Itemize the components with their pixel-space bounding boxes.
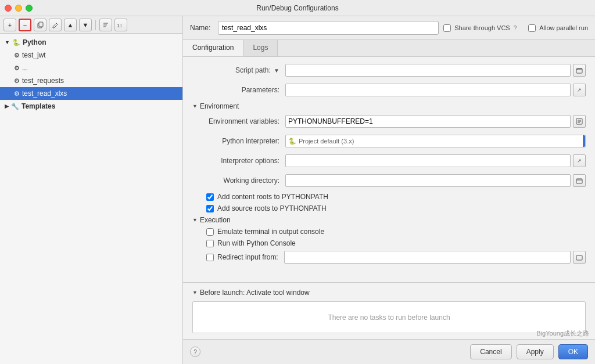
redirect-input-row: Redirect input from: xyxy=(192,251,586,264)
ok-button[interactable]: OK xyxy=(558,344,588,359)
env-vars-input[interactable] xyxy=(285,115,571,128)
tab-logs[interactable]: Logs xyxy=(243,40,278,56)
tree-item-dots[interactable]: ⚙ ... xyxy=(0,62,182,74)
content-roots-row: Add content roots to PYTHONPATH xyxy=(192,193,586,201)
tree-label-dots: ... xyxy=(22,64,28,72)
parameters-field: ↗ xyxy=(285,84,586,96)
tree-item-test-requests[interactable]: ⚙ test_requests xyxy=(0,74,182,87)
redirect-input-label: Redirect input from: xyxy=(217,253,278,261)
parameters-label: Parameters: xyxy=(192,86,285,94)
execution-section-header: ▼ Execution xyxy=(192,216,586,224)
before-launch-arrow-icon[interactable]: ▼ xyxy=(192,290,198,295)
edit-button[interactable] xyxy=(49,19,62,31)
redirect-input-browse-button[interactable] xyxy=(573,251,586,264)
execution-section-label: Execution xyxy=(200,216,231,224)
env-vars-row: Environment variables: xyxy=(192,114,586,129)
tree-label-test-jwt: test_jwt xyxy=(22,51,46,59)
parameters-row: Parameters: ↗ xyxy=(192,82,586,98)
templates-group-icon: 🔧 xyxy=(11,103,19,110)
sort-button[interactable] xyxy=(99,19,112,31)
emulate-terminal-row: Emulate terminal in output console xyxy=(192,228,586,236)
window-title: Run/Debug Configurations xyxy=(256,4,338,12)
environment-section-header: ▼ Environment xyxy=(192,102,586,110)
working-dir-row: Working directory: xyxy=(192,173,586,188)
environment-arrow-icon[interactable]: ▼ xyxy=(192,103,198,109)
run-python-console-label: Run with Python Console xyxy=(217,239,296,247)
emulate-terminal-checkbox[interactable] xyxy=(206,228,214,236)
parameters-expand-button[interactable]: ↗ xyxy=(573,84,586,96)
copy-button[interactable] xyxy=(34,19,46,31)
order-button[interactable]: 1↕ xyxy=(114,19,127,31)
tree-group-python[interactable]: ▼ 🐍 Python xyxy=(0,36,182,49)
share-vcs-label: Share through VCS xyxy=(454,24,510,31)
run-python-console-row: Run with Python Console xyxy=(192,239,586,247)
tree-group-templates[interactable]: ▶ 🔧 Templates xyxy=(0,100,182,113)
maximize-button[interactable] xyxy=(26,5,33,12)
python-interpreter-icon: 🐍 xyxy=(288,138,296,145)
working-dir-field xyxy=(285,174,586,187)
move-down-button[interactable]: ▼ xyxy=(79,19,92,31)
source-roots-row: Add source roots to PYTHONPATH xyxy=(192,204,586,212)
config-content: Script path: ▼ Parameters: xyxy=(183,57,595,282)
working-dir-label: Working directory: xyxy=(192,176,285,185)
tree-label-test-requests: test_requests xyxy=(22,77,64,85)
working-dir-input[interactable] xyxy=(285,174,571,187)
config-icon-3: ⚙ xyxy=(14,77,20,85)
tab-configuration[interactable]: Configuration xyxy=(183,40,243,56)
svg-rect-12 xyxy=(576,255,582,260)
content-roots-label: Add content roots to PYTHONPATH xyxy=(217,193,328,201)
content-roots-checkbox[interactable] xyxy=(206,193,214,201)
environment-section-label: Environment xyxy=(200,102,239,110)
before-launch-body: There are no tasks to run before launch xyxy=(192,301,586,333)
name-label: Name: xyxy=(190,24,213,32)
name-input[interactable] xyxy=(218,21,439,35)
interpreter-field[interactable]: 🐍 Project default (3.x) xyxy=(285,135,586,147)
minimize-button[interactable] xyxy=(15,5,22,12)
script-path-dropdown-icon[interactable]: ▼ xyxy=(274,67,279,74)
cancel-button[interactable]: Cancel xyxy=(470,344,511,359)
redirect-input-field[interactable] xyxy=(284,251,571,264)
run-python-console-checkbox[interactable] xyxy=(206,240,214,247)
parameters-input[interactable] xyxy=(285,84,571,96)
interpreter-field-container: 🐍 Project default (3.x) xyxy=(285,135,586,147)
svg-rect-11 xyxy=(576,179,582,183)
remove-button[interactable]: − xyxy=(19,19,31,31)
name-row: Name: Share through VCS ? Allow parallel… xyxy=(183,16,595,40)
tree-item-test-jwt[interactable]: ⚙ test_jwt xyxy=(0,49,182,62)
interpreter-options-row: Interpreter options: ↗ xyxy=(192,153,586,168)
parallel-run-label: Allow parallel run xyxy=(539,24,588,31)
share-help-icon[interactable]: ? xyxy=(514,25,517,31)
working-dir-browse-button[interactable] xyxy=(573,174,586,187)
script-path-input[interactable] xyxy=(285,64,571,77)
templates-arrow-icon: ▶ xyxy=(5,103,9,109)
config-icon-2: ⚙ xyxy=(14,64,20,72)
before-launch-header: ▼ Before launch: Activate tool window xyxy=(192,289,586,297)
close-button[interactable] xyxy=(5,5,12,12)
traffic-lights xyxy=(5,5,33,12)
help-button[interactable]: ? xyxy=(190,347,200,357)
source-roots-checkbox[interactable] xyxy=(206,205,214,212)
interpreter-options-expand-button[interactable]: ↗ xyxy=(573,154,586,167)
tree-item-test-read-xlxs[interactable]: ⚙ test_read_xlxs xyxy=(0,87,182,100)
execution-arrow-icon[interactable]: ▼ xyxy=(192,217,198,223)
redirect-input-checkbox[interactable] xyxy=(206,254,214,261)
script-path-browse-button[interactable] xyxy=(573,64,586,77)
bottom-bar: ? Cancel Apply OK xyxy=(183,339,595,364)
parallel-run-checkbox[interactable] xyxy=(528,24,536,32)
config-icon-4: ⚙ xyxy=(14,90,20,98)
apply-button[interactable]: Apply xyxy=(517,344,554,359)
interpreter-options-label: Interpreter options: xyxy=(192,157,285,165)
group-arrow-icon: ▼ xyxy=(5,39,10,45)
add-button[interactable]: + xyxy=(3,19,16,31)
interpreter-text: Project default (3.x) xyxy=(299,138,354,145)
parallel-area: Allow parallel run xyxy=(528,24,588,32)
share-area: Share through VCS ? xyxy=(443,24,517,32)
env-vars-label: Environment variables: xyxy=(192,117,285,125)
interpreter-options-field: ↗ xyxy=(285,154,586,167)
interpreter-options-input[interactable] xyxy=(285,154,571,167)
share-vcs-checkbox[interactable] xyxy=(443,24,451,32)
before-launch-label: Before launch: Activate tool window xyxy=(200,289,310,297)
move-up-button[interactable]: ▲ xyxy=(64,19,77,31)
env-vars-edit-button[interactable] xyxy=(573,115,586,128)
tabs-bar: Configuration Logs xyxy=(183,40,595,57)
